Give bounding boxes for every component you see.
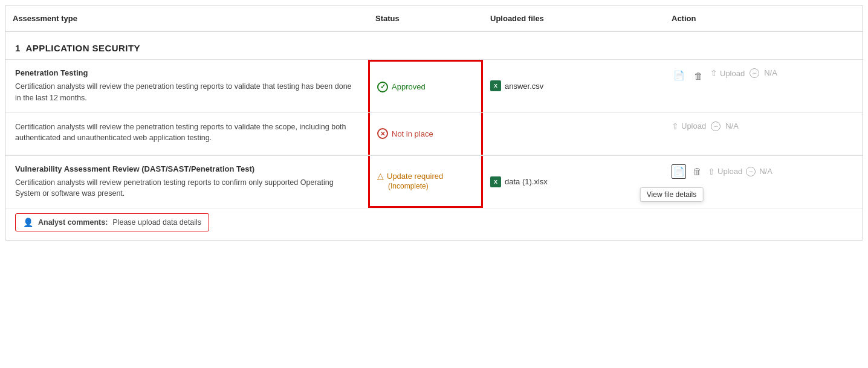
status-subtext: (Incomplete) [388, 182, 443, 190]
row-label-penetration-testing: Penetration Testing Certification analys… [5, 60, 368, 112]
analyst-person-icon: 👤 [23, 218, 33, 227]
uploaded-cell-row2 [483, 113, 664, 155]
na-icon-row3 [746, 167, 756, 176]
na-text-row3: N/A [759, 167, 772, 176]
section-title: 1 APPLICATION SECURITY [5, 32, 863, 59]
na-icon-row2 [711, 121, 721, 131]
tooltip-content: View file details [640, 187, 704, 202]
group-penetration-testing: Penetration Testing Certification analys… [5, 59, 863, 155]
document-icon-row1[interactable]: 📄 [672, 68, 686, 83]
warning-icon: △ [377, 171, 384, 181]
file-name-row1: answer.csv [505, 82, 543, 91]
file-name-row3: data (1).xlsx [505, 177, 548, 186]
status-text-update-required: Update required [387, 172, 443, 181]
uploaded-cell-row1: X answer.csv [483, 60, 664, 112]
upload-btn-row2[interactable]: ⇧ Upload [672, 121, 706, 131]
action-cell-row1: 📄 🗑 ⇧ Upload N/A [664, 60, 863, 112]
status-text-approved: Approved [392, 82, 426, 91]
trash-icon-row3[interactable]: 🗑 [690, 164, 704, 179]
status-cell-update-required: △ Update required (Incomplete) [368, 156, 483, 208]
table-row: Penetration Testing Certification analys… [5, 60, 863, 113]
group-vulnerability-assessment: Vulnerability Assessment Review (DAST/SA… [5, 155, 863, 240]
excel-icon-row3: X [490, 176, 501, 187]
header-assessment-type: Assessment type [5, 11, 368, 25]
upload-btn-row1[interactable]: ⇧ Upload [710, 68, 745, 78]
section-application-security: 1 APPLICATION SECURITY Penetration Testi… [5, 32, 863, 240]
status-cell-approved: Approved [368, 60, 483, 112]
row-label-row2: Certification analysts will review the p… [5, 113, 368, 155]
approved-icon [377, 82, 388, 92]
table-row: Certification analysts will review the p… [5, 113, 863, 155]
table-row: Vulnerability Assessment Review (DAST/SA… [5, 156, 863, 209]
analyst-label: Analyst comments: [38, 218, 108, 227]
na-text-row2: N/A [725, 121, 739, 131]
excel-icon: X [490, 80, 501, 91]
header-action: Action [664, 11, 863, 25]
analyst-comment-box: 👤 Analyst comments: Please upload data d… [15, 213, 209, 231]
row-label-vulnerability: Vulnerability Assessment Review (DAST/SA… [5, 156, 368, 208]
trash-icon-row1[interactable]: 🗑 [691, 68, 705, 83]
na-icon-row1 [750, 68, 759, 78]
action-cell-row2: ⇧ Upload N/A [664, 113, 863, 155]
action-cell-row3: 📄 🗑 ⇧ Upload N/A View file details [664, 156, 863, 208]
analyst-comment-text: Please upload data details [112, 218, 201, 227]
analyst-comments-row: 👤 Analyst comments: Please upload data d… [5, 208, 863, 240]
na-text-row1: N/A [764, 68, 777, 77]
document-icon-row3-active[interactable]: 📄 [672, 164, 686, 179]
header-status: Status [368, 11, 483, 25]
upload-arrow-row2: ⇧ [672, 121, 679, 131]
table-header: Assessment type Status Uploaded files Ac… [5, 5, 863, 32]
upload-arrow-row3: ⇧ [708, 167, 715, 176]
main-table: Assessment type Status Uploaded files Ac… [5, 5, 863, 240]
upload-arrow-row1: ⇧ [710, 68, 717, 78]
uploaded-cell-row3: X data (1).xlsx [483, 156, 664, 208]
status-text-not-in-place: Not in place [392, 129, 433, 138]
status-cell-not-in-place: Not in place [368, 113, 483, 155]
upload-btn-row3[interactable]: ⇧ Upload [708, 167, 742, 176]
header-uploaded-files: Uploaded files [483, 11, 664, 25]
not-in-place-icon [377, 128, 388, 139]
